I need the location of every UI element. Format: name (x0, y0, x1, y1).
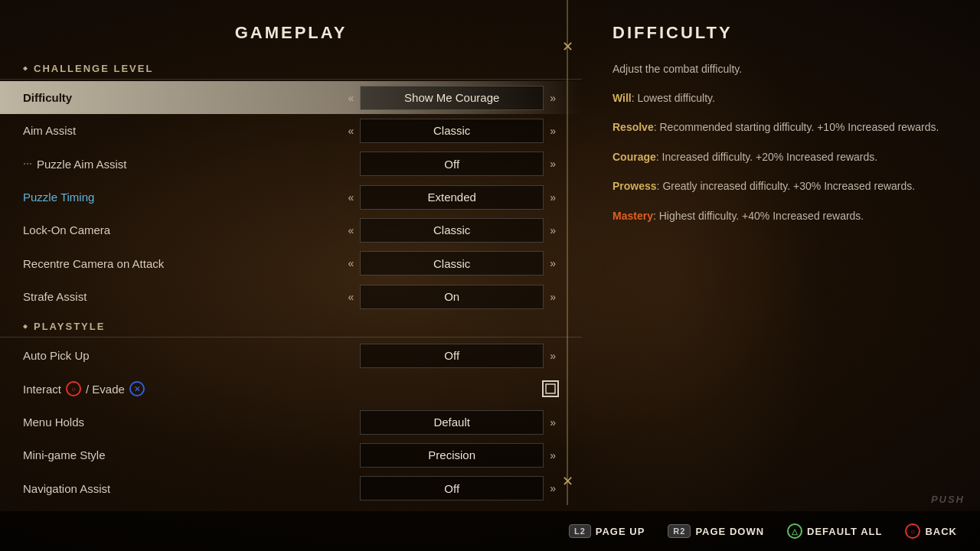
setting-name-aim-assist: Aim Assist (23, 124, 345, 137)
arrow-left-difficulty[interactable]: « (345, 92, 357, 104)
setting-row-strafe-assist[interactable]: Strafe Assist « On » (0, 280, 582, 313)
difficulty-option-mastery: Mastery: Highest difficulty. +40% Increa… (612, 207, 949, 224)
arrow-right-difficulty[interactable]: » (547, 92, 559, 104)
arrow-left-strafe-assist[interactable]: « (345, 291, 357, 303)
value-aim-assist: Classic (360, 119, 544, 143)
arrow-right-recentre-camera[interactable]: » (547, 257, 559, 269)
bottom-action-page-down[interactable]: R2 PAGE DOWN (668, 524, 764, 538)
difficulty-option-courage: Courage: Increased difficulty. +20% Incr… (612, 148, 949, 165)
trigger-l2[interactable]: L2 (569, 524, 591, 538)
setting-row-auto-pick-up[interactable]: Auto Pick Up Off » (0, 339, 582, 372)
left-panel: GAMEPLAY CHALLENGE LEVEL Difficulty « Sh… (0, 0, 582, 551)
arrow-right-aim-assist[interactable]: » (547, 125, 559, 137)
trigger-r2[interactable]: R2 (668, 524, 691, 538)
interact-label: Interact (23, 383, 61, 396)
diff-name-courage: Courage (612, 151, 656, 163)
panel-title: GAMEPLAY (0, 23, 582, 43)
diff-name-prowess: Prowess (612, 180, 657, 192)
interact-left: Interact ○ / Evade ✕ (23, 381, 145, 396)
arrow-right-auto-pick-up[interactable]: » (547, 350, 559, 362)
setting-control-puzzle-aim-assist[interactable]: Off » (360, 152, 559, 176)
circle-button-back[interactable]: ○ (905, 523, 920, 539)
difficulty-option-prowess: Prowess: Greatly increased difficulty. +… (612, 178, 949, 194)
setting-control-mini-game-style[interactable]: Precision » (360, 443, 559, 468)
bottom-action-default-all[interactable]: △ DEFAULT ALL (787, 523, 882, 539)
arrow-right-menu-holds[interactable]: » (547, 416, 559, 429)
value-mini-game-style: Precision (360, 443, 544, 468)
arrow-left-recentre-camera[interactable]: « (345, 257, 357, 269)
svg-rect-0 (546, 384, 555, 393)
setting-control-strafe-assist[interactable]: « On » (345, 285, 559, 309)
right-panel: DIFFICULTY Adjust the combat difficulty.… (582, 0, 980, 551)
setting-name-strafe-assist: Strafe Assist (23, 290, 345, 303)
setting-name-recentre-camera: Recentre Camera on Attack (23, 257, 345, 270)
diff-name-will: Will (612, 92, 632, 104)
setting-row-puzzle-aim-assist[interactable]: ⋯ Puzzle Aim Assist Off » (0, 148, 582, 181)
page-up-label: PAGE UP (596, 526, 645, 537)
value-navigation-assist: Off (360, 476, 544, 500)
arrow-left-aim-assist[interactable]: « (345, 125, 357, 137)
right-panel-title: DIFFICULTY (612, 23, 949, 43)
value-puzzle-aim-assist: Off (360, 152, 544, 176)
value-auto-pick-up: Off (360, 344, 544, 368)
diff-name-mastery: Mastery (612, 210, 653, 222)
value-difficulty: Show Me Courage (360, 86, 544, 110)
setting-name-navigation-assist: Navigation Assist (23, 482, 360, 495)
cross-button-blue: ✕ (129, 381, 145, 396)
setting-name-lock-on-camera: Lock-On Camera (23, 223, 345, 236)
setting-row-difficulty[interactable]: Difficulty « Show Me Courage » (0, 81, 582, 114)
square-icon[interactable] (542, 380, 559, 397)
arrow-right-puzzle-aim-assist[interactable]: » (547, 158, 559, 170)
evade-label: / Evade (86, 383, 125, 396)
arrow-right-mini-game-style[interactable]: » (547, 449, 559, 461)
setting-control-aim-assist[interactable]: « Classic » (345, 119, 559, 143)
section-challenge-level: CHALLENGE LEVEL (0, 58, 582, 80)
difficulty-option-will: Will: Lowest difficulty. (612, 90, 949, 106)
right-panel-description: Adjust the combat difficulty. (612, 61, 949, 77)
setting-name-mini-game-style: Mini-game Style (23, 448, 360, 461)
arrow-right-navigation-assist[interactable]: » (547, 482, 559, 494)
arrow-right-puzzle-timing[interactable]: » (547, 191, 559, 204)
circle-button-red: ○ (66, 381, 81, 396)
bottom-action-page-up[interactable]: L2 PAGE UP (569, 524, 645, 538)
setting-row-puzzle-timing[interactable]: Puzzle Timing « Extended » (0, 181, 582, 214)
setting-name-puzzle-aim-assist: ⋯ Puzzle Aim Assist (23, 158, 360, 171)
setting-row-menu-holds[interactable]: Menu Holds Default » (0, 406, 582, 439)
triangle-button[interactable]: △ (787, 523, 802, 539)
value-lock-on-camera: Classic (360, 218, 544, 243)
setting-control-puzzle-timing[interactable]: « Extended » (345, 185, 559, 210)
value-recentre-camera: Classic (360, 251, 544, 276)
bottom-action-back[interactable]: ○ BACK (905, 523, 957, 539)
setting-control-recentre-camera[interactable]: « Classic » (345, 251, 559, 276)
arrow-left-lock-on-camera[interactable]: « (345, 224, 357, 236)
setting-name-difficulty: Difficulty (23, 91, 345, 104)
value-strafe-assist: On (360, 285, 544, 309)
setting-row-aim-assist[interactable]: Aim Assist « Classic » (0, 114, 582, 147)
panel-divider: ✕ ✕ (567, 0, 568, 505)
setting-control-menu-holds[interactable]: Default » (360, 410, 559, 435)
setting-name-menu-holds: Menu Holds (23, 416, 360, 429)
setting-row-recentre-camera[interactable]: Recentre Camera on Attack « Classic » (0, 247, 582, 280)
setting-control-auto-pick-up[interactable]: Off » (360, 344, 559, 368)
setting-row-navigation-assist[interactable]: Navigation Assist Off » (0, 472, 582, 505)
bottom-bar: L2 PAGE UP R2 PAGE DOWN △ DEFAULT ALL ○ … (0, 511, 980, 551)
back-label: BACK (925, 526, 957, 537)
arrow-left-puzzle-timing[interactable]: « (345, 191, 357, 204)
setting-row-mini-game-style[interactable]: Mini-game Style Precision » (0, 439, 582, 471)
setting-name-auto-pick-up: Auto Pick Up (23, 349, 360, 362)
setting-row-interact[interactable]: Interact ○ / Evade ✕ (0, 373, 582, 406)
diff-name-resolve: Resolve (612, 121, 654, 133)
difficulty-option-resolve: Resolve: Recommended starting difficulty… (612, 119, 949, 135)
setting-name-puzzle-timing: Puzzle Timing (23, 191, 345, 204)
arrow-right-strafe-assist[interactable]: » (547, 291, 559, 303)
setting-control-difficulty[interactable]: « Show Me Courage » (345, 86, 559, 110)
setting-control-lock-on-camera[interactable]: « Classic » (345, 218, 559, 243)
page-down-label: PAGE DOWN (695, 526, 764, 537)
section-playstyle: PLAYSTYLE (0, 316, 582, 337)
value-menu-holds: Default (360, 410, 544, 435)
default-all-label: DEFAULT ALL (807, 526, 882, 537)
setting-row-lock-on-camera[interactable]: Lock-On Camera « Classic » (0, 214, 582, 246)
value-puzzle-timing: Extended (360, 185, 544, 210)
setting-control-navigation-assist[interactable]: Off » (360, 476, 559, 500)
arrow-right-lock-on-camera[interactable]: » (547, 224, 559, 236)
